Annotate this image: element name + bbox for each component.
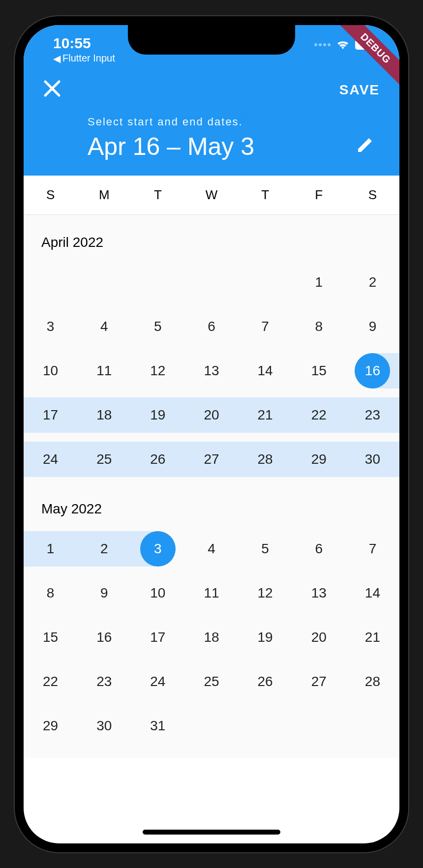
day-cell[interactable]: 20 [292,615,346,659]
day-cell[interactable]: 16 [77,615,131,659]
day-number: 8 [47,585,55,601]
day-number: 6 [315,541,323,557]
day-cell[interactable]: 18 [77,393,131,437]
day-cell[interactable]: 24 [131,659,184,704]
day-number: 19 [150,407,165,423]
day-cell[interactable]: 31 [131,704,184,748]
day-cell[interactable]: 10 [131,571,184,615]
day-cell[interactable]: 9 [346,304,399,349]
day-cell[interactable]: 10 [24,349,77,393]
day-number: 3 [47,319,55,334]
day-cell[interactable]: 6 [292,527,346,571]
day-cell[interactable]: 19 [131,393,184,437]
day-number: 13 [204,363,219,379]
day-number: 5 [261,541,269,557]
day-cell[interactable]: 24 [24,437,77,481]
day-cell[interactable]: 9 [77,571,131,615]
status-left: 10:55 ◀ Flutter Input [53,35,115,64]
day-number: 11 [96,363,112,379]
wifi-icon [335,39,350,50]
day-cell[interactable]: 26 [239,659,292,704]
day-number: 5 [154,319,162,334]
day-cell[interactable]: 17 [131,615,184,659]
day-number: 17 [150,629,165,645]
phone-frame: DEBUG 10:55 ◀ Flutter Input [15,16,408,852]
week-row: 10111213141516 [24,349,399,393]
day-cell[interactable]: 21 [239,393,292,437]
day-number: 23 [96,674,112,689]
day-cell[interactable]: 14 [239,349,292,393]
day-number: 13 [311,585,327,601]
day-cell[interactable]: 23 [346,393,399,437]
day-cell[interactable]: 5 [131,304,184,349]
back-to-app[interactable]: ◀ Flutter Input [53,53,115,64]
day-number: 28 [365,674,380,689]
day-cell[interactable]: 28 [346,659,399,704]
home-indicator[interactable] [143,830,280,835]
day-number: 19 [258,629,273,645]
day-number: 15 [311,363,327,379]
day-cell[interactable]: 12 [239,571,292,615]
empty-cell [239,260,292,304]
day-cell[interactable]: 15 [292,349,346,393]
day-cell[interactable]: 22 [24,659,77,704]
day-cell[interactable]: 11 [184,571,238,615]
day-cell[interactable]: 18 [184,615,238,659]
day-cell[interactable]: 4 [184,527,238,571]
title-text: Select start and end dates. Apr 16 – May… [88,116,254,161]
day-cell[interactable]: 28 [239,437,292,481]
day-cell[interactable]: 25 [77,437,131,481]
day-cell[interactable]: 19 [239,615,292,659]
day-number: 18 [204,629,219,645]
day-cell[interactable]: 6 [184,304,238,349]
day-cell[interactable]: 25 [184,659,238,704]
day-cell[interactable]: 4 [77,304,131,349]
day-cell[interactable]: 13 [292,571,346,615]
day-cell[interactable]: 27 [184,437,238,481]
back-label: Flutter Input [62,53,115,64]
day-cell[interactable]: 22 [292,393,346,437]
day-cell[interactable]: 16 [346,349,399,393]
day-cell[interactable]: 2 [346,260,399,304]
day-cell[interactable]: 21 [346,615,399,659]
day-cell[interactable]: 14 [346,571,399,615]
day-cell[interactable]: 29 [292,437,346,481]
day-cell[interactable]: 1 [292,260,346,304]
day-cell[interactable]: 23 [77,659,131,704]
week-row: 3456789 [24,304,399,349]
day-cell[interactable]: 26 [131,437,184,481]
empty-cell [292,704,346,748]
day-cell[interactable]: 27 [292,659,346,704]
day-number: 4 [208,541,215,557]
day-cell[interactable]: 30 [77,704,131,748]
day-number: 23 [365,407,380,423]
day-cell[interactable]: 29 [24,704,77,748]
day-cell[interactable]: 15 [24,615,77,659]
day-cell[interactable]: 3 [24,304,77,349]
day-cell[interactable]: 20 [184,393,238,437]
close-button[interactable] [43,79,61,101]
day-cell[interactable]: 5 [239,527,292,571]
save-button[interactable]: SAVE [339,82,380,98]
day-cell[interactable]: 17 [24,393,77,437]
day-cell[interactable]: 8 [292,304,346,349]
weekday-6: S [346,176,399,214]
day-cell[interactable]: 30 [346,437,399,481]
day-cell[interactable]: 1 [24,527,77,571]
week-row: 1234567 [24,527,399,571]
day-cell[interactable]: 12 [131,349,184,393]
day-cell[interactable]: 11 [77,349,131,393]
day-cell[interactable]: 7 [239,304,292,349]
day-number: 31 [150,718,165,734]
edit-button[interactable] [355,135,375,157]
day-cell[interactable]: 2 [77,527,131,571]
day-cell[interactable]: 7 [346,527,399,571]
day-cell[interactable]: 8 [24,571,77,615]
day-cell[interactable]: 13 [184,349,238,393]
day-number: 4 [100,319,108,334]
calendar-body[interactable]: April 2022123456789101112131415161718192… [24,215,399,758]
notch [128,25,295,55]
day-cell[interactable]: 3 [131,527,184,571]
day-number: 29 [43,718,58,734]
subtitle: Select start and end dates. [88,116,254,128]
